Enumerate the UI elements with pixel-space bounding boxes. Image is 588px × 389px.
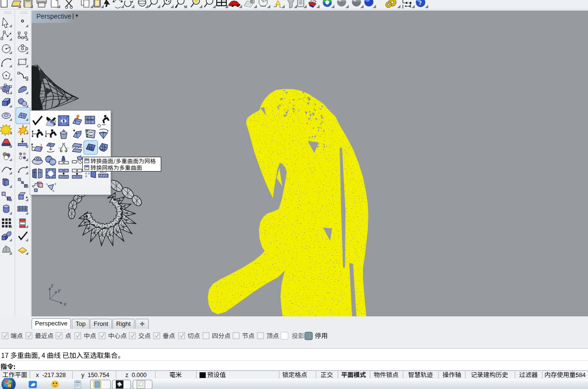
svg-text:L: L [279,5,281,8]
svg-text:B: B [251,0,253,3]
svg-text:x: x [63,301,67,307]
svg-text:?: ? [419,0,422,6]
svg-text:y: y [57,287,61,293]
svg-text:z: z [50,282,54,288]
